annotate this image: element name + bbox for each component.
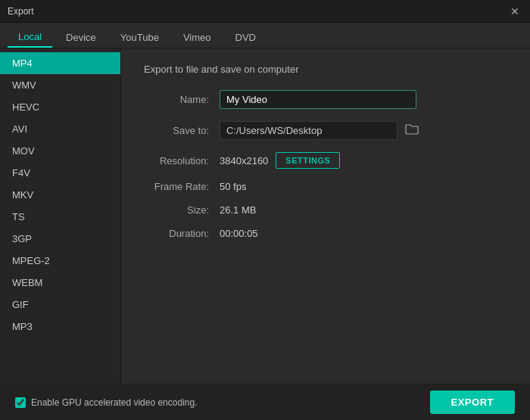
title-bar-title: Export xyxy=(8,6,34,17)
name-label: Name: xyxy=(144,94,220,105)
sidebar-item-ts[interactable]: TS xyxy=(0,206,120,228)
gpu-checkbox[interactable] xyxy=(15,397,26,408)
main-layout: MP4 WMV HEVC AVI MOV F4V MKV TS 3GP MPEG… xyxy=(0,48,530,418)
duration-label: Duration: xyxy=(144,228,220,239)
size-label: Size: xyxy=(144,204,220,216)
gpu-label: Enable GPU accelerated video encoding. xyxy=(31,397,197,408)
tabs-bar: Local Device YouTube Vimeo DVD xyxy=(0,23,530,48)
resolution-value-row: 3840x2160 SETTINGS xyxy=(220,152,340,169)
sidebar-item-webm[interactable]: WEBM xyxy=(0,272,120,294)
folder-icon xyxy=(405,123,419,135)
frame-rate-label: Frame Rate: xyxy=(144,181,220,192)
sidebar-item-gif[interactable]: GIF xyxy=(0,294,120,316)
size-row: Size: 26.1 MB xyxy=(144,204,507,216)
size-value: 26.1 MB xyxy=(220,204,256,216)
resolution-label: Resolution: xyxy=(144,155,220,166)
path-row xyxy=(220,121,422,140)
sidebar-item-hevc[interactable]: HEVC xyxy=(0,96,120,118)
browse-folder-button[interactable] xyxy=(402,122,422,140)
sidebar-item-3gp[interactable]: 3GP xyxy=(0,228,120,250)
save-to-row: Save to: xyxy=(144,121,507,140)
duration-value: 00:00:05 xyxy=(220,228,258,239)
duration-row: Duration: 00:00:05 xyxy=(144,228,507,239)
resolution-value: 3840x2160 xyxy=(220,155,268,166)
settings-button[interactable]: SETTINGS xyxy=(276,152,340,169)
sidebar-item-wmv[interactable]: WMV xyxy=(0,74,120,96)
tab-youtube[interactable]: YouTube xyxy=(110,28,170,47)
tab-device[interactable]: Device xyxy=(55,28,107,47)
frame-rate-value: 50 fps xyxy=(220,181,246,192)
bottom-bar: Enable GPU accelerated video encoding. E… xyxy=(0,384,530,420)
sidebar-item-mov[interactable]: MOV xyxy=(0,140,120,162)
sidebar-item-f4v[interactable]: F4V xyxy=(0,162,120,184)
export-content: Export to file and save on computer Name… xyxy=(121,48,530,418)
name-row: Name: xyxy=(144,90,507,109)
tab-local[interactable]: Local xyxy=(8,27,52,48)
sidebar-item-mp3[interactable]: MP3 xyxy=(0,316,120,338)
name-input[interactable] xyxy=(220,90,416,109)
sidebar-item-mp4[interactable]: MP4 xyxy=(0,52,120,74)
sidebar-item-mpeg2[interactable]: MPEG-2 xyxy=(0,250,120,272)
tab-vimeo[interactable]: Vimeo xyxy=(173,28,222,47)
save-to-label: Save to: xyxy=(144,125,220,136)
export-button[interactable]: EXPORT xyxy=(430,390,515,414)
tab-dvd[interactable]: DVD xyxy=(225,28,267,47)
gpu-row: Enable GPU accelerated video encoding. xyxy=(15,397,197,408)
sidebar-item-mkv[interactable]: MKV xyxy=(0,184,120,206)
frame-rate-row: Frame Rate: 50 fps xyxy=(144,181,507,192)
section-title: Export to file and save on computer xyxy=(144,64,507,75)
sidebar-item-avi[interactable]: AVI xyxy=(0,118,120,140)
format-sidebar: MP4 WMV HEVC AVI MOV F4V MKV TS 3GP MPEG… xyxy=(0,48,121,418)
resolution-row: Resolution: 3840x2160 SETTINGS xyxy=(144,152,507,169)
title-bar: Export ✕ xyxy=(0,0,530,23)
save-path-input[interactable] xyxy=(220,121,398,140)
close-button[interactable]: ✕ xyxy=(507,5,522,17)
